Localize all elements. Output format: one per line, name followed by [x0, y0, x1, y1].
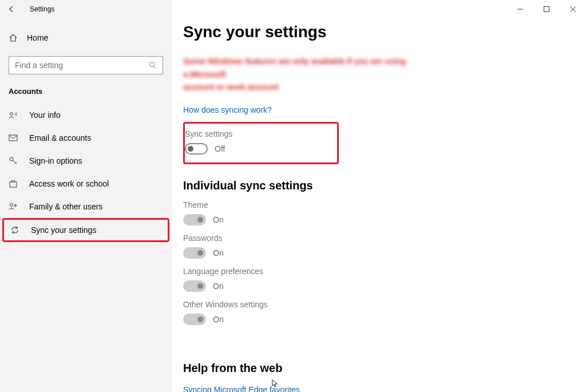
- toggle-state: On: [213, 315, 224, 324]
- sidebar-item-label: Email & accounts: [29, 133, 91, 142]
- toggle-state: On: [213, 215, 224, 224]
- svg-rect-13: [10, 182, 17, 187]
- toggle-label: Theme: [183, 200, 586, 209]
- toggle-label: Language preferences: [183, 267, 586, 276]
- toggle-knob: [197, 217, 203, 223]
- maximize-icon: [544, 6, 549, 12]
- minimize-icon: [517, 6, 523, 12]
- close-button[interactable]: [560, 0, 586, 18]
- sidebar-home-label: Home: [27, 33, 48, 42]
- cursor-icon: [272, 378, 280, 389]
- sidebar-home[interactable]: Home: [0, 27, 172, 48]
- briefcase-icon: [9, 179, 18, 188]
- toggle-label: Passwords: [183, 233, 586, 243]
- home-icon: [9, 33, 18, 42]
- toggle-state: On: [213, 248, 224, 258]
- sidebar-item-work-school[interactable]: Access work or school: [0, 172, 172, 195]
- help-from-web-header: Help from the web: [183, 362, 586, 375]
- maximize-button[interactable]: [533, 0, 560, 18]
- toggle-label: Other Windows settings: [183, 300, 586, 309]
- sidebar-item-email-accounts[interactable]: Email & accounts: [0, 126, 172, 149]
- svg-point-14: [10, 204, 13, 207]
- arrow-left-icon: [7, 5, 16, 14]
- toggle-knob: [197, 283, 203, 289]
- app-title: Settings: [30, 5, 54, 13]
- people-icon: [9, 202, 18, 211]
- search-input[interactable]: [15, 61, 149, 70]
- toggle-label: Sync settings: [185, 129, 329, 138]
- search-icon: [149, 61, 157, 69]
- settings-sidebar: Home Accounts Your info Email & accounts…: [0, 0, 172, 392]
- sync-icon: [10, 225, 19, 235]
- sidebar-item-label: Sign-in options: [29, 156, 82, 165]
- toggle-state: Off: [215, 144, 225, 153]
- category-header: Accounts: [0, 74, 172, 104]
- svg-line-5: [154, 66, 156, 69]
- toggle-knob: [197, 316, 203, 322]
- key-icon: [9, 156, 18, 165]
- help-link-syncing[interactable]: How does syncing work?: [183, 105, 272, 114]
- close-icon: [570, 6, 576, 12]
- sidebar-item-label: Your info: [29, 110, 61, 120]
- toggle-knob: [197, 250, 203, 256]
- sidebar-item-your-info[interactable]: Your info: [0, 104, 172, 126]
- svg-rect-1: [544, 7, 549, 12]
- user-card-icon: [9, 110, 18, 120]
- svg-point-4: [150, 62, 155, 67]
- svg-point-6: [10, 113, 13, 116]
- sidebar-item-label: Family & other users: [29, 202, 102, 211]
- theme-toggle[interactable]: [183, 214, 206, 225]
- passwords-toggle[interactable]: [183, 247, 206, 259]
- toggle-state: On: [213, 282, 224, 291]
- language-toggle[interactable]: [183, 280, 206, 292]
- sidebar-item-family-users[interactable]: Family & other users: [0, 195, 172, 218]
- sidebar-item-label: Sync your settings: [31, 225, 96, 235]
- restricted-notice: Some Windows features are only available…: [183, 55, 412, 94]
- other-windows-toggle-group: Other Windows settings On: [183, 300, 586, 325]
- sidebar-item-sync-settings[interactable]: Sync your settings: [2, 218, 169, 242]
- minimize-button[interactable]: [507, 0, 533, 18]
- sidebar-item-label: Access work or school: [29, 179, 109, 188]
- page-title: Sync your settings: [183, 23, 586, 41]
- sidebar-item-signin-options[interactable]: Sign-in options: [0, 149, 172, 172]
- individual-sync-header: Individual sync settings: [183, 179, 586, 192]
- envelope-icon: [9, 133, 18, 142]
- toggle-knob: [188, 146, 193, 152]
- back-button[interactable]: [0, 0, 23, 18]
- main-content: Sync your settings Some Windows features…: [172, 0, 586, 392]
- sync-settings-group: Sync settings Off: [183, 122, 339, 164]
- language-toggle-group: Language preferences On: [183, 267, 586, 292]
- sync-settings-toggle[interactable]: [185, 143, 208, 155]
- theme-toggle-group: Theme On: [183, 200, 586, 225]
- svg-rect-9: [9, 135, 17, 141]
- passwords-toggle-group: Passwords On: [183, 233, 586, 259]
- help-link-edge-favorites[interactable]: Syncing Microsoft Edge favorites: [183, 385, 300, 393]
- svg-line-12: [15, 162, 17, 163]
- search-box[interactable]: [9, 56, 163, 74]
- other-windows-toggle[interactable]: [183, 314, 206, 325]
